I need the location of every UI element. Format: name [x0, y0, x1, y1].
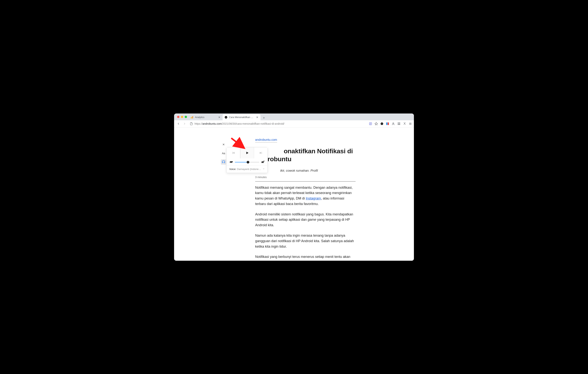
window-minimize-button[interactable] [181, 116, 183, 118]
site-link[interactable]: androbuntu.com [255, 138, 277, 142]
browser-window: Analytics ✕ ∞ Cara Menonaktifkan Notifik… [174, 114, 414, 261]
svg-marker-9 [375, 122, 378, 125]
app-menu-button[interactable] [409, 122, 412, 125]
article-favicon: ∞ [224, 116, 228, 119]
narrate-speed-slider[interactable] [235, 160, 259, 164]
svg-rect-24 [230, 162, 230, 163]
apps-grid-icon[interactable] [397, 122, 401, 125]
reader-article: androbuntu.com Cara Menonaktifkan Notifi… [255, 138, 356, 261]
window-close-button[interactable] [177, 116, 179, 118]
page-content: ✕ Aa [174, 128, 414, 261]
tab-close-button[interactable]: ✕ [218, 116, 221, 119]
article-byline: Oleh penulis pemikir, cowok rumahan. Pro… [255, 169, 356, 173]
back-button[interactable] [176, 121, 181, 126]
svg-rect-0 [191, 117, 191, 118]
svg-text:∞: ∞ [381, 123, 382, 125]
extension-close-icon[interactable]: X [403, 122, 406, 125]
window-maximize-button[interactable] [185, 116, 187, 118]
article-divider [255, 181, 356, 182]
svg-text:∞: ∞ [225, 116, 227, 118]
svg-rect-18 [399, 124, 400, 125]
tab-close-button[interactable]: ✕ [256, 116, 259, 119]
reader-mode-icon[interactable] [369, 122, 372, 125]
speed-fill [235, 162, 248, 162]
svg-rect-12 [386, 122, 387, 125]
svg-rect-13 [388, 122, 389, 125]
svg-rect-1 [192, 117, 192, 118]
analytics-favicon [190, 116, 193, 119]
voice-label: Voice: [229, 168, 236, 171]
svg-point-23 [232, 161, 233, 162]
svg-rect-17 [398, 124, 399, 125]
tab-article[interactable]: ∞ Cara Menonaktifkan Notifikasi d ✕ [223, 114, 261, 120]
article-paragraph: Android memiliki sistem notifikasi yang … [255, 212, 356, 228]
svg-point-14 [393, 123, 394, 124]
new-tab-button[interactable]: ＋ [261, 115, 267, 120]
tab-title: Analytics [195, 116, 217, 119]
slow-turtle-icon [229, 160, 233, 164]
article-paragraph: Notifikasi memang sangat membantu. Denga… [255, 185, 356, 207]
toolbar: https://androbuntu.com/2021/06/30/cara-m… [174, 120, 414, 128]
extension-icon[interactable] [386, 122, 389, 125]
page-info-icon[interactable] [190, 122, 193, 125]
svg-rect-2 [192, 116, 193, 118]
toolbar-extensions: ∞ X [369, 122, 412, 125]
svg-rect-28 [263, 162, 263, 163]
extension-icon[interactable]: ∞ [380, 122, 384, 125]
narrate-speed-row [227, 158, 267, 166]
svg-rect-15 [398, 123, 399, 124]
narrate-next-button[interactable] [254, 147, 267, 158]
account-icon[interactable] [392, 122, 395, 125]
tab-title: Cara Menonaktifkan Notifikasi d [229, 116, 254, 119]
article-title: Cara Menonaktifkan Notifikasi di Androbu… [255, 147, 356, 163]
narrate-play-button[interactable] [240, 147, 254, 158]
bookmark-star-icon[interactable] [375, 122, 378, 125]
read-time: 3 minutes [255, 176, 356, 179]
tab-strip: Analytics ✕ ∞ Cara Menonaktifkan Notifik… [174, 114, 414, 120]
svg-rect-25 [232, 162, 232, 163]
narrate-popover: Voice: Damayanti (Indonesian) [226, 147, 268, 173]
instagram-link[interactable]: Instagram [306, 196, 321, 200]
address-bar[interactable]: https://androbuntu.com/2021/06/30/cara-m… [189, 121, 367, 127]
voice-value: Damayanti (Indonesian) [237, 168, 262, 171]
svg-rect-16 [399, 123, 400, 124]
speed-thumb[interactable] [247, 161, 249, 163]
article-paragraph: Notifikasi yang berbunyi terus menerus s… [255, 254, 356, 260]
narrate-playback-controls [227, 147, 267, 158]
fast-rabbit-icon [261, 160, 265, 164]
tab-analytics[interactable]: Analytics ✕ [189, 114, 223, 120]
forward-button[interactable] [182, 121, 187, 126]
chevron-down-icon [262, 168, 265, 171]
article-paragraph: Namun ada kalanya kita ingin merasa tena… [255, 233, 356, 249]
narrate-prev-button[interactable] [227, 147, 240, 158]
url-text: https://androbuntu.com/2021/06/30/cara-m… [195, 122, 284, 125]
narrate-voice-select[interactable]: Voice: Damayanti (Indonesian) [227, 166, 267, 173]
svg-rect-27 [262, 162, 262, 163]
window-controls [176, 114, 189, 120]
